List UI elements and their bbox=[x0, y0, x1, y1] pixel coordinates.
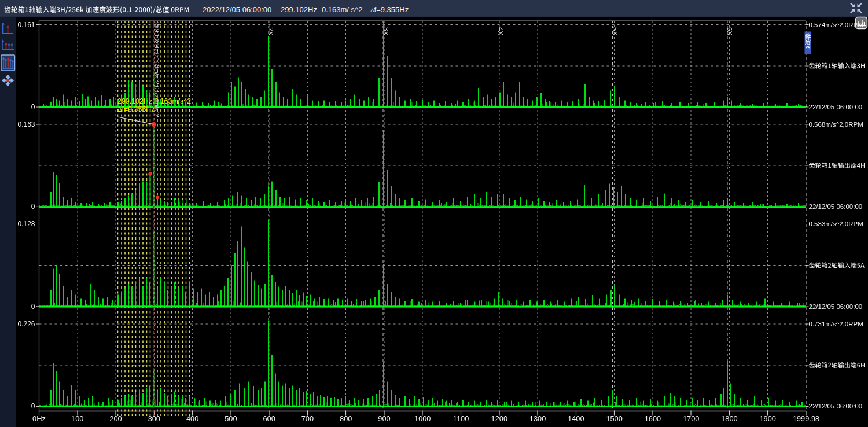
svg-text:0.163: 0.163 bbox=[17, 120, 35, 128]
svg-text:500: 500 bbox=[225, 414, 237, 423]
svg-text:5X: 5X bbox=[612, 27, 619, 35]
svg-text:4X: 4X bbox=[497, 27, 504, 35]
svg-text:1600: 1600 bbox=[645, 414, 661, 423]
svg-text:400: 400 bbox=[186, 414, 198, 423]
svg-text:6X: 6X bbox=[726, 27, 733, 35]
svg-text:0Hz: 0Hz bbox=[32, 414, 46, 423]
svg-text:0.128: 0.128 bbox=[17, 220, 35, 228]
svg-text:1400: 1400 bbox=[568, 414, 584, 423]
svg-text:2022/12/05 06:00:00: 2022/12/05 06:00:00 bbox=[203, 5, 271, 14]
svg-text:22/12/05 06:00:00: 22/12/05 06:00:00 bbox=[809, 403, 863, 410]
svg-text:100: 100 bbox=[71, 414, 83, 423]
svg-text:1800: 1800 bbox=[721, 414, 737, 423]
svg-text:0: 0 bbox=[31, 402, 35, 410]
svg-text:22/12/05 06:00:00: 22/12/05 06:00:00 bbox=[809, 104, 863, 111]
svg-text:1300: 1300 bbox=[529, 414, 546, 423]
svg-text:0.161: 0.161 bbox=[17, 21, 35, 29]
svg-text:2X: 2X bbox=[267, 27, 274, 35]
svg-text:0: 0 bbox=[31, 203, 35, 211]
svg-text:0.163m/ s^2: 0.163m/ s^2 bbox=[322, 5, 362, 14]
svg-text:22/12/05 06:00:00: 22/12/05 06:00:00 bbox=[809, 203, 863, 210]
svg-text:1100: 1100 bbox=[453, 414, 469, 423]
svg-text:1900: 1900 bbox=[759, 414, 775, 423]
svg-text:22/12/05 06:00:00: 22/12/05 06:00:00 bbox=[809, 303, 863, 310]
svg-text:700: 700 bbox=[301, 414, 314, 423]
svg-text:▵f=9.355Hz: ▵f=9.355Hz bbox=[370, 5, 409, 14]
svg-text:600: 600 bbox=[263, 414, 275, 423]
svg-text:0.533m/s^2,0RPM: 0.533m/s^2,0RPM bbox=[809, 220, 863, 227]
svg-text:0: 0 bbox=[31, 303, 35, 311]
svg-text:0: 0 bbox=[31, 103, 35, 111]
svg-text:1999.98: 1999.98 bbox=[793, 414, 819, 423]
svg-text:0.568m/s^2,0RPM: 0.568m/s^2,0RPM bbox=[809, 121, 863, 128]
svg-text:1700: 1700 bbox=[683, 414, 699, 423]
svg-text:0.731m/s^2,0RPM: 0.731m/s^2,0RPM bbox=[809, 321, 863, 327]
svg-text:200: 200 bbox=[109, 414, 122, 423]
svg-text:1000: 1000 bbox=[414, 414, 431, 423]
svg-text:800: 800 bbox=[340, 414, 352, 423]
svg-text:1500: 1500 bbox=[606, 414, 622, 423]
svg-text:299.102Hz: 299.102Hz bbox=[281, 5, 317, 14]
svg-text:299.102Hz,0.163m/s^2: 299.102Hz,0.163m/s^2 bbox=[117, 97, 191, 105]
svg-text:0.226: 0.226 bbox=[17, 320, 35, 328]
svg-text:0.574m/s^2,0RPM: 0.574m/s^2,0RPM bbox=[809, 21, 863, 28]
svg-text:∆f=9.355Hz: ∆f=9.355Hz bbox=[117, 105, 155, 113]
svg-text:900: 900 bbox=[378, 414, 390, 423]
svg-text:1200: 1200 bbox=[491, 414, 507, 423]
